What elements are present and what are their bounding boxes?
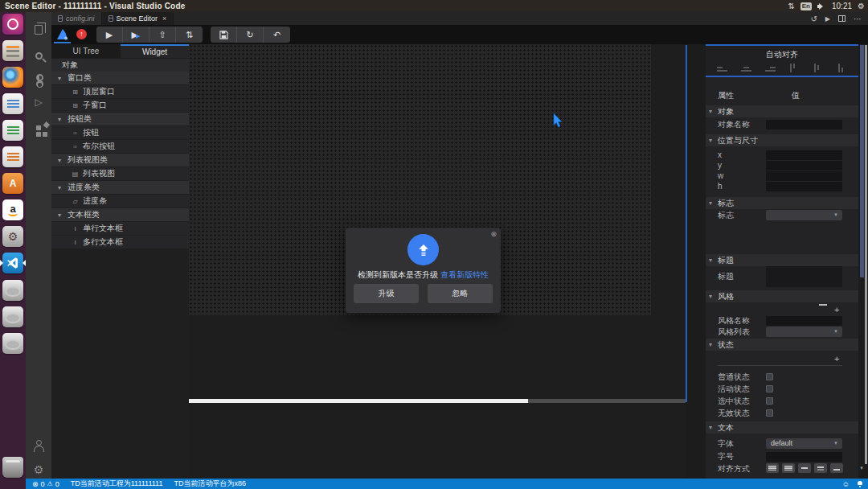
- libreoffice-impress-icon[interactable]: [2, 146, 23, 167]
- tree-item-top-window[interactable]: ⊞顶层窗口: [51, 85, 189, 98]
- style-name-input[interactable]: [766, 316, 842, 326]
- section-text[interactable]: ▾文本: [706, 421, 858, 434]
- normal-state-checkbox[interactable]: [766, 373, 773, 380]
- refresh-button[interactable]: ↻: [237, 27, 264, 43]
- tree-item-multi-line-textbox[interactable]: I多行文本框: [51, 236, 189, 249]
- active-project-status[interactable]: TD当前活动工程为111111111: [71, 479, 163, 489]
- section-state[interactable]: ▾状态: [706, 339, 858, 351]
- text-align-middle-button[interactable]: [798, 463, 811, 473]
- tree-item-child-window[interactable]: ⊞子窗口: [51, 99, 189, 112]
- upgrade-button[interactable]: 升级: [354, 284, 419, 303]
- system-settings-icon[interactable]: [2, 226, 23, 247]
- vscode-icon[interactable]: [2, 253, 23, 273]
- run-icon[interactable]: ▶: [825, 15, 830, 23]
- outer-scrollbar[interactable]: [865, 45, 867, 464]
- explorer-icon[interactable]: [26, 18, 51, 41]
- disk-drive-icon[interactable]: [2, 280, 23, 301]
- text-align-left-button[interactable]: [766, 463, 779, 473]
- font-size-input[interactable]: [766, 452, 842, 462]
- horizontal-scrollbar-thumb[interactable]: [189, 399, 528, 403]
- libreoffice-calc-icon[interactable]: [2, 120, 23, 141]
- tree-group-progressbars[interactable]: ▾进度条类: [51, 181, 189, 194]
- feedback-smiley-icon[interactable]: ☺: [842, 480, 850, 488]
- tree-root[interactable]: 对象: [51, 59, 189, 72]
- notifications-bell-icon[interactable]: [857, 481, 863, 487]
- scene-canvas[interactable]: ⊗ 检测到新版本是否升级 查看新版特性 升级 忽略: [189, 44, 686, 479]
- add-style-button[interactable]: +: [834, 306, 839, 314]
- section-title-group[interactable]: ▾标题: [706, 254, 858, 266]
- trash-icon[interactable]: [2, 457, 23, 478]
- text-align-top-button[interactable]: [814, 463, 827, 473]
- tree-group-windows[interactable]: ▾窗口类: [51, 72, 189, 84]
- align-h-center-icon[interactable]: [741, 64, 751, 72]
- section-style[interactable]: ▾风格: [706, 290, 858, 302]
- clock[interactable]: 10:21: [832, 2, 852, 10]
- ubuntu-software-icon[interactable]: [2, 173, 23, 194]
- selected-state-checkbox[interactable]: [766, 397, 773, 405]
- firefox-icon[interactable]: [2, 67, 23, 88]
- ignore-button[interactable]: 忽略: [428, 284, 493, 303]
- files-icon[interactable]: [2, 40, 23, 61]
- tree-item-button[interactable]: ▫▫按钮: [51, 126, 189, 139]
- tree-group-buttons[interactable]: ▾按钮类: [51, 113, 189, 125]
- more-actions-icon[interactable]: ⋯: [854, 14, 862, 23]
- text-align-bottom-button[interactable]: [830, 463, 843, 473]
- disk-drive-icon[interactable]: [2, 333, 23, 354]
- amazon-icon[interactable]: [2, 199, 23, 220]
- active-platform-status[interactable]: TD当前活动平台为x86: [174, 479, 246, 489]
- align-h-left-icon[interactable]: [717, 64, 727, 72]
- scrollbar-down-arrow[interactable]: ▾: [858, 465, 865, 473]
- tab-scene-editor[interactable]: Scene Editor ×: [102, 12, 174, 25]
- align-v-bottom-icon[interactable]: [837, 64, 847, 72]
- active-state-checkbox[interactable]: [766, 385, 773, 392]
- dialog-close-icon[interactable]: ⊗: [490, 230, 497, 238]
- run-button[interactable]: ▶: [96, 27, 123, 43]
- tab-close-icon[interactable]: ×: [162, 14, 166, 23]
- horizontal-scrollbar[interactable]: [189, 399, 686, 403]
- tree-item-progressbar[interactable]: ▱进度条: [51, 195, 189, 208]
- session-gear-icon[interactable]: ⚙: [858, 2, 865, 10]
- split-editor-icon[interactable]: [838, 15, 845, 22]
- save-button[interactable]: [211, 27, 237, 43]
- restart-icon[interactable]: ↺: [810, 14, 817, 23]
- w-input[interactable]: [766, 171, 842, 181]
- tab-ui-tree[interactable]: UI Tree: [51, 44, 121, 58]
- export-button[interactable]: ⇧: [149, 27, 176, 43]
- network-arrows-icon[interactable]: ⇅: [788, 2, 794, 10]
- tree-item-single-line-textbox[interactable]: I单行文本框: [51, 222, 189, 235]
- io-sync-button[interactable]: ⇅: [176, 27, 203, 43]
- update-badge-icon[interactable]: ↑: [76, 29, 87, 39]
- text-align-right-button[interactable]: [782, 463, 795, 473]
- inspector-scrollbar-thumb[interactable]: [860, 45, 864, 277]
- tree-item-listview[interactable]: ▤列表视图: [51, 167, 189, 180]
- run-debug-icon[interactable]: ▷: [26, 91, 51, 113]
- source-control-icon[interactable]: [26, 68, 51, 91]
- ubuntu-dash-icon[interactable]: [2, 14, 23, 35]
- volume-icon[interactable]: [817, 2, 826, 10]
- tab-config-ini[interactable]: config.ini: [51, 12, 102, 25]
- extensions-icon[interactable]: [26, 115, 51, 138]
- libreoffice-writer-icon[interactable]: [2, 93, 23, 114]
- flags-select[interactable]: ▼: [766, 210, 842, 220]
- object-name-input[interactable]: [766, 120, 842, 129]
- problems-indicator[interactable]: ⊗ 0 ⚠ 0: [32, 480, 59, 488]
- tab-widget[interactable]: Widget: [121, 44, 189, 58]
- disk-drive-icon[interactable]: [2, 306, 23, 327]
- h-input[interactable]: [766, 182, 842, 191]
- disabled-state-checkbox[interactable]: [766, 409, 773, 417]
- panel-divider[interactable]: [686, 45, 687, 402]
- debug-run-button[interactable]: ▶▶: [123, 27, 149, 43]
- font-family-select[interactable]: default▼: [766, 438, 842, 449]
- y-input[interactable]: [766, 161, 842, 171]
- input-method-badge[interactable]: En: [800, 2, 812, 10]
- settings-gear-icon[interactable]: ⚙: [26, 458, 51, 481]
- undo-button[interactable]: ↶: [264, 27, 290, 43]
- search-icon[interactable]: [26, 44, 51, 67]
- section-flags[interactable]: ▾标志: [706, 197, 858, 209]
- tree-item-bool-button[interactable]: ▫▫布尔按钮: [51, 140, 189, 153]
- tree-group-listviews[interactable]: ▾列表视图类: [51, 154, 189, 166]
- x-input[interactable]: [766, 150, 842, 160]
- section-position-size[interactable]: ▾位置与尺寸: [706, 134, 858, 146]
- section-object[interactable]: ▾对象: [706, 105, 858, 117]
- align-v-top-icon[interactable]: [788, 64, 799, 72]
